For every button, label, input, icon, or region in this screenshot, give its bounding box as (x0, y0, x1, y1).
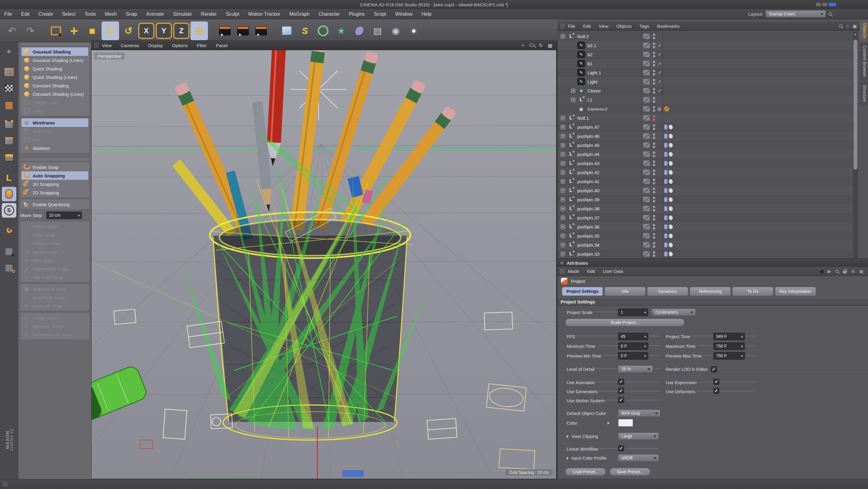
visibility-dots[interactable] (653, 251, 655, 257)
texture-tag-icon[interactable] (669, 197, 673, 202)
attributes-menu-item[interactable]: Edit (587, 269, 595, 274)
layer-chip[interactable] (643, 242, 650, 247)
visibility-dots[interactable] (653, 61, 655, 66)
snap-option[interactable]: Edge Snap (22, 231, 88, 239)
level-of-detail-dropdown[interactable]: 25 % (618, 365, 653, 373)
visibility-dots[interactable] (653, 197, 655, 203)
visibility-dots[interactable] (653, 115, 655, 121)
view-clipping-dropdown[interactable]: Large (618, 432, 659, 440)
object-row[interactable]: pushpin.36 (558, 222, 852, 231)
object-row[interactable]: Light (558, 77, 852, 86)
shading-option[interactable]: Skeleton (22, 144, 88, 152)
object-list-scrollbar[interactable]: ▲ (853, 32, 858, 258)
menu-item[interactable]: Help (422, 11, 432, 17)
move-step-input[interactable]: 10 cm (46, 212, 82, 219)
enabled-check-icon[interactable] (658, 52, 662, 57)
project-time-input[interactable]: 349 F (713, 333, 745, 340)
shading-option[interactable]: Box (22, 135, 88, 144)
phong-tag-icon[interactable] (664, 133, 668, 139)
expander-icon[interactable] (571, 98, 576, 102)
snap-option[interactable]: Perpendicular Snap (22, 330, 88, 339)
snap-option[interactable]: 2D Snapping (22, 188, 88, 197)
visibility-dots[interactable] (653, 70, 655, 75)
workplane-mode[interactable] (2, 97, 16, 112)
last-rotate[interactable] (120, 22, 137, 40)
menu-item[interactable]: Select (62, 11, 75, 17)
menu-item[interactable]: Animate (146, 11, 164, 17)
shading-option[interactable]: Quick Shading (22, 64, 88, 73)
maximum-time-input[interactable]: 750 F (713, 342, 745, 350)
scale[interactable] (84, 22, 101, 40)
visibility-dots[interactable] (653, 160, 655, 166)
attribute-tab[interactable]: Info (604, 287, 646, 296)
visibility-dots[interactable] (653, 88, 655, 94)
input-profile-expand-icon[interactable] (567, 457, 570, 460)
make-editable[interactable] (2, 44, 16, 59)
object-name[interactable]: pushpin.33 (577, 251, 599, 256)
object-name[interactable]: Null.2 (577, 34, 589, 39)
snap-option[interactable]: Workplane Snap (22, 285, 88, 293)
search-icon[interactable] (839, 25, 842, 28)
object-name[interactable]: pushpin.34 (577, 242, 599, 247)
side-tab[interactable]: Content Browser (860, 42, 868, 80)
move[interactable] (65, 22, 83, 40)
snap-option[interactable]: Polygon Snap (22, 239, 88, 247)
layer-chip[interactable] (643, 251, 650, 256)
link-icon[interactable]: ⊗ (851, 268, 855, 274)
menu-item[interactable]: Character (318, 11, 340, 17)
object-row[interactable]: Null.1 (558, 113, 852, 122)
viewport-menu-item[interactable]: Display (148, 43, 163, 48)
layer-chip[interactable] (643, 206, 650, 211)
object-name[interactable]: pushpin.41 (577, 179, 599, 184)
expander-icon[interactable] (561, 152, 565, 157)
visibility-dots[interactable] (653, 79, 655, 85)
linear-workflow-checkbox[interactable] (618, 445, 624, 451)
shading-option[interactable]: Wireframe (22, 119, 88, 127)
visibility-dots[interactable] (653, 179, 655, 184)
search-icon[interactable] (829, 12, 832, 16)
add-mograph[interactable] (333, 22, 350, 40)
points-mode[interactable] (2, 118, 16, 132)
layer-chip[interactable] (643, 197, 650, 202)
lock-icon[interactable] (843, 271, 846, 274)
project-scale-input[interactable]: 1 (618, 309, 648, 316)
layer-chip[interactable] (643, 160, 650, 166)
axis-mode[interactable] (2, 171, 16, 185)
object-name[interactable]: pushpin.46 (577, 133, 599, 139)
render-picture-viewer[interactable] (234, 22, 252, 40)
close-button[interactable] (829, 3, 836, 6)
expander-icon[interactable] (561, 197, 565, 202)
object-name[interactable]: pushpin.43 (577, 161, 599, 166)
layer-chip[interactable] (643, 179, 650, 184)
enabled-check-icon[interactable] (658, 70, 662, 75)
attribute-tab[interactable]: Referencing (690, 287, 731, 296)
texture-mode[interactable] (2, 81, 16, 95)
visibility-dots[interactable] (653, 142, 655, 148)
expander-icon[interactable] (561, 125, 565, 129)
frame-icon[interactable]: ▣ (859, 268, 864, 274)
add-generator[interactable] (314, 22, 332, 40)
visibility-dots[interactable] (653, 106, 655, 112)
snap-option[interactable]: Dynamic Guide (22, 322, 88, 330)
object-row[interactable]: pushpin.35 (558, 231, 852, 240)
enabled-check-icon[interactable] (658, 79, 662, 84)
target-icon[interactable] (657, 106, 661, 112)
phong-tag-icon[interactable] (664, 161, 668, 166)
phong-tag-icon[interactable] (664, 188, 668, 193)
menu-item[interactable]: Render (201, 11, 217, 17)
object-row[interactable]: b2.1 (558, 41, 852, 50)
redo[interactable] (22, 22, 39, 40)
attributes-menu-item[interactable]: Mode (568, 269, 579, 274)
layout-toggle-icon[interactable]: ▦ (547, 42, 553, 48)
texture-tag-icon[interactable] (669, 224, 673, 229)
expander-icon[interactable] (561, 134, 565, 139)
object-name[interactable]: pushpin.36 (577, 224, 599, 230)
panel-grip[interactable] (94, 42, 99, 48)
layer-chip[interactable] (643, 52, 650, 57)
scroll-up-icon[interactable]: ▲ (854, 32, 857, 36)
object-name[interactable]: pushpin.35 (577, 233, 599, 239)
expander-icon[interactable] (561, 34, 565, 39)
object-row[interactable]: b2 (558, 50, 852, 59)
snap-option[interactable]: Vertex Snap (22, 222, 88, 231)
visibility-dots[interactable] (653, 97, 655, 103)
